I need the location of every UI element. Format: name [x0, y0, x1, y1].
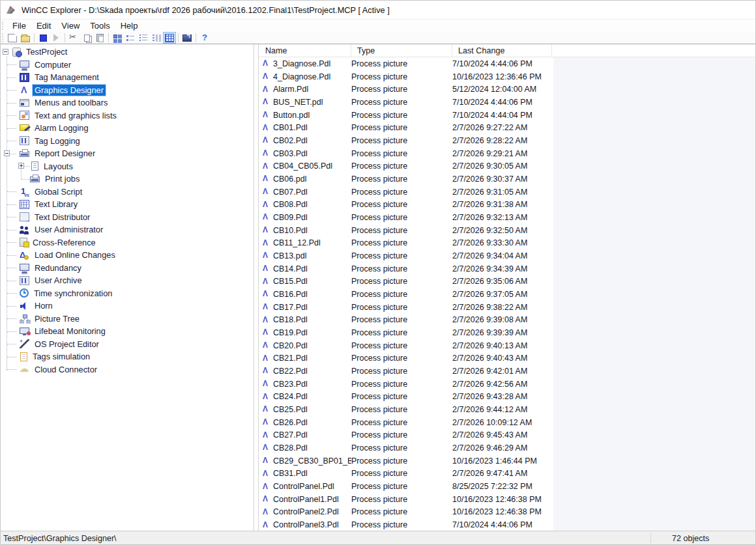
properties-button[interactable] [181, 32, 194, 44]
file-type: Process picture [351, 290, 452, 299]
list-row[interactable]: CB29_CB30_BP01_BP0...Process picture10/1… [259, 454, 755, 468]
list-row[interactable]: 3_Diagnose.PdlProcess picture7/10/2024 4… [259, 57, 755, 70]
list-view-button[interactable] [137, 32, 150, 44]
file-name-cell: CB13.pdl [259, 251, 351, 260]
process-picture-icon [262, 418, 270, 426]
tree-item-time-synchronization[interactable]: Time synchronization [1, 287, 254, 300]
list-row[interactable]: CB11_12.PdlProcess picture2/7/2026 9:33:… [259, 236, 755, 249]
help-button[interactable] [198, 32, 211, 44]
file-name: CB21.Pdl [273, 354, 308, 363]
cut-button[interactable] [67, 32, 80, 44]
list-row[interactable]: CB22.PdlProcess picture2/7/2026 9:42:01 … [259, 365, 755, 378]
copy-button[interactable] [80, 32, 93, 44]
list-row[interactable]: CB03.PdlProcess picture2/7/2026 9:29:21 … [259, 147, 755, 160]
menu-edit[interactable]: Edit [31, 20, 56, 31]
run-button[interactable] [50, 32, 63, 44]
list-row[interactable]: CB26.PdlProcess picture2/7/2026 10:09:12… [259, 416, 755, 429]
list-row[interactable]: CB09.PdlProcess picture2/7/2026 9:32:13 … [259, 211, 755, 224]
large-icons-button[interactable] [111, 32, 124, 44]
list-row[interactable]: ControlPanel3.PdlProcess picture7/10/202… [259, 518, 755, 531]
small-icons-button[interactable] [124, 32, 137, 44]
list-row[interactable]: CB08.PdlProcess picture2/7/2026 9:31:38 … [259, 198, 755, 211]
file-name-cell: CB04_CB05.Pdl [259, 161, 351, 171]
tree-item-print-jobs[interactable]: Print jobs [1, 173, 254, 186]
column-header-type[interactable]: Type [351, 44, 452, 57]
list-row[interactable]: CB01.PdlProcess picture2/7/2026 9:27:22 … [259, 121, 755, 134]
list-row[interactable]: ControlPanel.PdlProcess picture8/25/2025… [259, 480, 755, 493]
paste-button[interactable] [93, 32, 106, 44]
menu-view[interactable]: View [56, 20, 85, 31]
activate-button[interactable] [36, 32, 50, 44]
tree-item-redundancy[interactable]: Redundancy [1, 262, 254, 275]
tree-item-menus-and-toolbars[interactable]: Menus and toolbars [1, 96, 254, 109]
list-row[interactable]: CB28.PdlProcess picture2/7/2026 9:46:29 … [259, 441, 755, 454]
tree-item-picture-tree[interactable]: Picture Tree [1, 313, 254, 326]
tree-item-text-library[interactable]: Text Library [1, 198, 254, 211]
expand-icon[interactable] [18, 163, 24, 169]
tree-item-os-project-editor[interactable]: OS Project Editor [1, 338, 254, 351]
list-row[interactable]: CB21.PdlProcess picture2/7/2026 9:40:43 … [259, 352, 755, 365]
tree-item-testproject[interactable]: TestProject [1, 46, 254, 59]
file-type: Process picture [351, 380, 452, 389]
list-row[interactable]: CB23.PdlProcess picture2/7/2026 9:42:56 … [259, 378, 755, 391]
list-row[interactable]: CB10.PdlProcess picture2/7/2026 9:32:50 … [259, 224, 755, 237]
open-button[interactable] [19, 32, 32, 44]
list-row[interactable]: CB20.PdlProcess picture2/7/2026 9:40:13 … [259, 339, 755, 352]
list-row[interactable]: CB15.PdlProcess picture2/7/2026 9:35:06 … [259, 275, 755, 288]
list-row[interactable]: CB02.PdlProcess picture2/7/2026 9:28:22 … [259, 134, 755, 147]
list-row[interactable]: CB04_CB05.PdlProcess picture2/7/2026 9:3… [259, 160, 755, 173]
menu-help[interactable]: Help [115, 20, 143, 31]
tree-item-graphics-designer[interactable]: Graphics Designer [1, 84, 254, 97]
tree-item-tag-logging[interactable]: Tag Logging [1, 135, 254, 148]
tree-item-load-online-changes[interactable]: Load Online Changes [1, 249, 254, 262]
list-row[interactable]: 4_Diagnose.PdlProcess picture10/16/2023 … [259, 70, 755, 83]
tree-item-tags-simulation[interactable]: Tags simulation [1, 350, 254, 363]
new-button[interactable] [6, 32, 19, 44]
column-header-name[interactable]: Name [259, 44, 351, 57]
list-row[interactable]: CB18.PdlProcess picture2/7/2026 9:39:08 … [259, 313, 755, 326]
details-view-button[interactable] [150, 32, 163, 44]
tree-item-text-distributor[interactable]: Text Distributor [1, 211, 254, 224]
list-row[interactable]: CB07.PdlProcess picture2/7/2026 9:31:05 … [259, 186, 755, 199]
list-row[interactable]: CB16.PdlProcess picture2/7/2026 9:37:05 … [259, 288, 755, 301]
list-row[interactable]: CB13.pdlProcess picture2/7/2026 9:34:04 … [259, 249, 755, 262]
list-row[interactable]: CB19.PdlProcess picture2/7/2026 9:39:39 … [259, 326, 755, 339]
tree-connector [7, 293, 16, 294]
list-row[interactable]: CB17.PdlProcess picture2/7/2026 9:38:22 … [259, 301, 755, 314]
collapse-icon[interactable] [4, 150, 10, 156]
tree-item-computer[interactable]: Computer [1, 59, 254, 72]
grid-view-button[interactable] [163, 32, 176, 44]
file-type: Process picture [351, 443, 452, 453]
tree-item-layouts[interactable]: Layouts [1, 160, 254, 173]
list-row[interactable]: ControlPanel1.PdlProcess picture10/16/20… [259, 493, 755, 506]
tree-item-report-designer[interactable]: Report Designer [1, 147, 254, 160]
tree-item-global-script[interactable]: Global Script [1, 186, 254, 199]
menu-file[interactable]: File [7, 20, 31, 31]
file-name-cell: CB17.Pdl [259, 303, 351, 312]
tree-item-cloud-connector[interactable]: Cloud Connector [1, 363, 254, 376]
list-row[interactable]: CB24.PdlProcess picture2/7/2026 9:43:28 … [259, 390, 755, 403]
tree-item-alarm-logging[interactable]: Alarm Logging [1, 122, 254, 135]
process-picture-icon [262, 251, 270, 260]
column-header-last-change[interactable]: Last Change [452, 44, 552, 57]
list-row[interactable]: BUS_NET.pdlProcess picture7/10/2024 4:44… [259, 96, 755, 109]
list-row[interactable]: CB31.PdlProcess picture2/7/2026 9:47:41 … [259, 468, 755, 481]
list-row[interactable]: CB06.pdlProcess picture2/7/2026 9:30:37 … [259, 173, 755, 186]
tree-item-lifebeat-monitoring[interactable]: Lifebeat Monitoring [1, 325, 254, 338]
list-row[interactable]: CB25.PdlProcess picture2/7/2026 9:44:12 … [259, 403, 755, 416]
list-row[interactable]: CB14.PdlProcess picture2/7/2026 9:34:39 … [259, 262, 755, 275]
tree-item-horn[interactable]: Horn [1, 300, 254, 313]
list-row[interactable]: CB27.PdlProcess picture2/7/2026 9:45:43 … [259, 428, 755, 441]
list-row[interactable]: Alarm.PdlProcess picture5/12/2024 12:04:… [259, 83, 755, 96]
tree-item-tag-management[interactable]: Tag Management [1, 71, 254, 84]
tree-item-user-administrator[interactable]: User Administrator [1, 223, 254, 236]
tree-item-user-archive[interactable]: User Archive [1, 274, 254, 287]
list-row[interactable]: Button.pdlProcess picture7/10/2024 4:44:… [259, 109, 755, 122]
list-row[interactable]: ControlPanel2.PdlProcess picture10/16/20… [259, 506, 755, 519]
menu-tools[interactable]: Tools [85, 20, 115, 31]
tree-item-text-and-graphics-lists[interactable]: Text and graphics lists [1, 109, 254, 122]
collapse-icon[interactable] [3, 49, 8, 55]
file-name: CB28.Pdl [273, 443, 308, 453]
file-type: Process picture [351, 161, 452, 171]
tree-item-cross-reference[interactable]: Cross-Reference [1, 236, 254, 249]
